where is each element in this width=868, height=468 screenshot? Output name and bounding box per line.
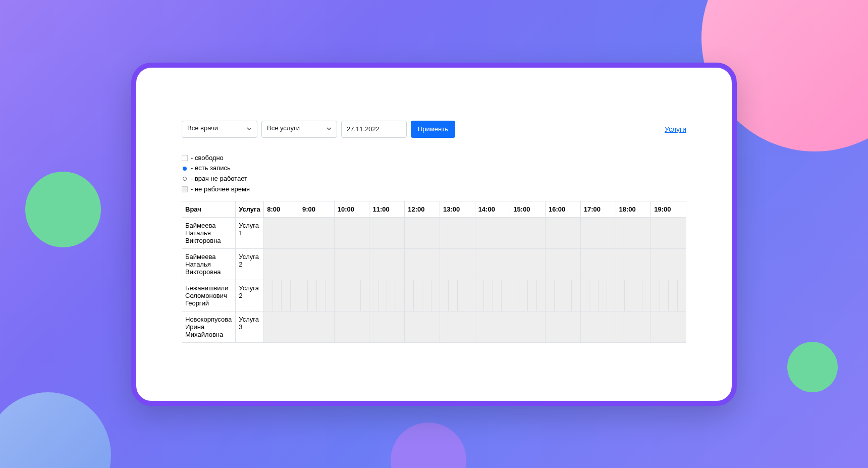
time-slot-cell[interactable] — [616, 280, 651, 311]
time-slot-cell[interactable] — [369, 280, 405, 311]
time-slot-cell[interactable] — [299, 280, 335, 311]
doctor-name-cell: Баймеева Наталья Викторовна — [182, 217, 236, 248]
table-row: Баймеева Наталья ВикторовнаУслуга 1 — [182, 217, 686, 248]
app-frame: Все врачи Все услуги Применть Услуги - с… — [131, 63, 737, 406]
time-slot-cell[interactable] — [369, 217, 405, 248]
th-doctor: Врач — [182, 201, 236, 217]
legend-booked-label: - есть запись — [191, 163, 231, 174]
th-time: 11:00 — [369, 201, 405, 217]
table-row: Новокорпусова Ирина МихайловнаУслуга 3 — [182, 311, 686, 342]
th-time: 14:00 — [475, 201, 510, 217]
time-slot-cell[interactable] — [616, 217, 651, 248]
doctor-name-cell: Баймеева Наталья Викторовна — [182, 248, 236, 280]
legend-dot-booked-icon — [183, 167, 187, 171]
legend-non-working-time: - не рабочее время — [182, 184, 686, 195]
bg-decoration-green-right — [787, 342, 838, 392]
time-slot-cell[interactable] — [405, 248, 440, 280]
time-slot-cell[interactable] — [334, 248, 369, 280]
legend-free-label: - свободно — [191, 153, 224, 164]
filters-row: Все врачи Все услуги Применть Услуги — [182, 121, 686, 138]
time-slot-cell[interactable] — [616, 248, 651, 280]
time-slot-cell[interactable] — [651, 280, 686, 311]
table-row: Бежанишвили Соломонович ГеоргийУслуга 2 — [182, 280, 686, 311]
time-slot-cell[interactable] — [580, 280, 616, 311]
time-slot-cell[interactable] — [264, 217, 299, 248]
legend-not-working-label: - врач не работает — [191, 174, 247, 184]
time-slot-cell[interactable] — [264, 248, 299, 280]
th-time: 15:00 — [510, 201, 546, 217]
th-time: 17:00 — [580, 201, 616, 217]
th-time: 9:00 — [299, 201, 335, 217]
services-link[interactable]: Услуги — [665, 125, 686, 133]
table-row: Баймеева Наталья ВикторовнаУслуга 2 — [182, 248, 686, 280]
th-time: 18:00 — [616, 201, 651, 217]
time-slot-cell[interactable] — [546, 217, 581, 248]
time-slot-cell[interactable] — [580, 248, 616, 280]
doctor-select[interactable]: Все врачи — [182, 121, 257, 138]
time-slot-cell[interactable] — [440, 217, 475, 248]
th-time: 12:00 — [405, 201, 440, 217]
time-slot-cell[interactable] — [440, 311, 475, 342]
service-cell: Услуга 3 — [236, 311, 264, 342]
legend-box-gray-icon — [182, 186, 188, 192]
date-input[interactable] — [341, 121, 407, 138]
legend-dot-not-working-icon — [183, 177, 187, 181]
bg-decoration-purple — [391, 423, 466, 468]
doctor-select-wrapper: Все врачи — [182, 121, 257, 138]
service-select-wrapper: Все услуги — [261, 121, 337, 138]
time-slot-cell[interactable] — [299, 311, 335, 342]
time-slot-cell[interactable] — [580, 217, 616, 248]
time-slot-cell[interactable] — [510, 217, 546, 248]
time-slot-cell[interactable] — [475, 217, 510, 248]
time-slot-cell[interactable] — [651, 217, 686, 248]
bg-decoration-blue — [0, 392, 111, 468]
time-slot-cell[interactable] — [616, 311, 651, 342]
legend-box-free-icon — [182, 155, 188, 161]
legend-free: - свободно — [182, 153, 686, 164]
time-slot-cell[interactable] — [475, 311, 510, 342]
legend: - свободно - есть запись - врач не работ… — [182, 153, 686, 195]
service-select[interactable]: Все услуги — [261, 121, 337, 138]
time-slot-cell[interactable] — [546, 311, 581, 342]
time-slot-cell[interactable] — [334, 311, 369, 342]
time-slot-cell[interactable] — [580, 311, 616, 342]
time-slot-cell[interactable] — [299, 217, 335, 248]
time-slot-cell[interactable] — [334, 280, 369, 311]
time-slot-cell[interactable] — [546, 280, 581, 311]
table-body: Баймеева Наталья ВикторовнаУслуга 1Байме… — [182, 217, 686, 342]
th-time: 19:00 — [651, 201, 686, 217]
doctor-name-cell: Новокорпусова Ирина Михайловна — [182, 311, 236, 342]
th-service: Услуга — [236, 201, 264, 217]
doctor-name-cell: Бежанишвили Соломонович Георгий — [182, 280, 236, 311]
time-slot-cell[interactable] — [440, 280, 475, 311]
legend-booked: - есть запись — [182, 163, 686, 174]
time-slot-cell[interactable] — [334, 217, 369, 248]
time-slot-cell[interactable] — [405, 311, 440, 342]
time-slot-cell[interactable] — [369, 248, 405, 280]
time-slot-cell[interactable] — [405, 217, 440, 248]
time-slot-cell[interactable] — [299, 248, 335, 280]
time-slot-cell[interactable] — [405, 280, 440, 311]
time-slot-cell[interactable] — [264, 280, 299, 311]
time-slot-cell[interactable] — [651, 311, 686, 342]
time-slot-cell[interactable] — [510, 248, 546, 280]
apply-button[interactable]: Применть — [411, 121, 455, 138]
schedule-table: Врач Услуга 8:009:0010:0011:0012:0013:00… — [182, 201, 686, 343]
bg-decoration-green-left — [25, 172, 101, 247]
legend-not-working: - врач не работает — [182, 174, 686, 184]
th-time: 16:00 — [546, 201, 581, 217]
time-slot-cell[interactable] — [651, 248, 686, 280]
legend-non-working-time-label: - не рабочее время — [191, 184, 250, 195]
time-slot-cell[interactable] — [440, 248, 475, 280]
service-cell: Услуга 1 — [236, 217, 264, 248]
time-slot-cell[interactable] — [475, 280, 510, 311]
time-slot-cell[interactable] — [475, 248, 510, 280]
time-slot-cell[interactable] — [510, 311, 546, 342]
service-cell: Услуга 2 — [236, 248, 264, 280]
th-time: 13:00 — [440, 201, 475, 217]
time-slot-cell[interactable] — [546, 248, 581, 280]
time-slot-cell[interactable] — [369, 311, 405, 342]
time-slot-cell[interactable] — [510, 280, 546, 311]
time-slot-cell[interactable] — [264, 311, 299, 342]
th-time: 8:00 — [264, 201, 299, 217]
